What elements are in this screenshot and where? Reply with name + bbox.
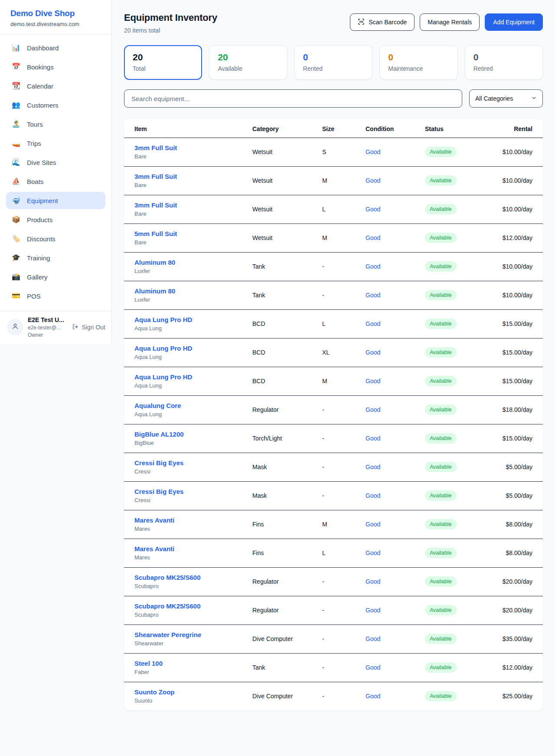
- item-name-link[interactable]: 3mm Full Suit: [134, 201, 252, 209]
- item-size: M: [322, 521, 327, 528]
- item-condition-link[interactable]: Good: [366, 263, 380, 270]
- item-name-link[interactable]: Scubapro MK25/S600: [134, 602, 252, 610]
- item-condition-link[interactable]: Good: [366, 320, 380, 327]
- item-name-link[interactable]: BigBlue AL1200: [134, 431, 252, 438]
- item-name-link[interactable]: Aqualung Core: [134, 402, 252, 409]
- item-condition-link[interactable]: Good: [366, 693, 380, 700]
- table-row: Aluminum 80 Luxfer Tank - Good Available…: [124, 253, 543, 281]
- stat-card-total[interactable]: 20 Total: [124, 45, 202, 80]
- item-name-link[interactable]: 3mm Full Suit: [134, 144, 252, 151]
- item-condition-link[interactable]: Good: [366, 292, 380, 299]
- item-rental-price: $18.00/day: [503, 406, 532, 413]
- sidebar-item-trips[interactable]: 🚤 Trips: [6, 135, 105, 152]
- sidebar-item-dive-sites[interactable]: 🌊 Dive Sites: [6, 154, 105, 171]
- sidebar-item-products[interactable]: 📦 Products: [6, 211, 105, 228]
- search-input[interactable]: [124, 89, 462, 108]
- sidebar-item-customers[interactable]: 👥 Customers: [6, 96, 105, 114]
- sidebar-item-label: Trips: [27, 140, 41, 147]
- status-badge: Available: [425, 347, 457, 358]
- page-header: Equipment Inventory 20 items total Scan …: [124, 11, 543, 34]
- category-filter-select[interactable]: All Categories: [469, 89, 543, 108]
- column-header-category: Category: [252, 119, 322, 138]
- equipment-table: ItemCategorySizeConditionStatusRental 3m…: [124, 119, 543, 710]
- item-name-link[interactable]: Aqua Lung Pro HD: [134, 373, 252, 381]
- table-row: Cressi Big Eyes Cressi Mask - Good Avail…: [124, 453, 543, 482]
- item-name-link[interactable]: Suunto Zoop: [134, 688, 252, 696]
- sidebar-item-equipment[interactable]: 🤿 Equipment: [6, 192, 105, 209]
- sidebar-item-label: Training: [27, 254, 50, 262]
- sidebar-item-label: Products: [27, 216, 52, 224]
- stat-card-available[interactable]: 20 Available: [209, 45, 287, 80]
- item-name-link[interactable]: 5mm Full Suit: [134, 230, 252, 237]
- brand-name[interactable]: Demo Dive Shop: [10, 9, 101, 18]
- item-rental-price: $5.00/day: [506, 463, 533, 470]
- status-badge: Available: [425, 662, 457, 673]
- item-condition-link[interactable]: Good: [366, 521, 380, 528]
- item-condition-link[interactable]: Good: [366, 492, 380, 499]
- add-equipment-button[interactable]: Add Equipment: [485, 13, 543, 31]
- item-condition-link[interactable]: Good: [366, 664, 380, 671]
- item-name-link[interactable]: Shearwater Peregrine: [134, 631, 252, 638]
- table-row: Mares Avanti Mares Fins L Good Available…: [124, 539, 543, 568]
- sign-out-label: Sign Out: [82, 324, 105, 331]
- status-badge: Available: [425, 261, 457, 272]
- status-badge: Available: [425, 691, 457, 701]
- bookings-icon: 📅: [11, 63, 21, 70]
- manage-rentals-button[interactable]: Manage Rentals: [420, 13, 480, 31]
- sidebar-item-gallery[interactable]: 📸 Gallery: [6, 268, 105, 286]
- sidebar-item-pos[interactable]: 💳 POS: [6, 287, 105, 305]
- status-badge: Available: [425, 376, 457, 386]
- item-condition-link[interactable]: Good: [366, 406, 380, 413]
- item-name-link[interactable]: Aqua Lung Pro HD: [134, 345, 252, 352]
- item-category: Fins: [252, 521, 264, 528]
- item-condition-link[interactable]: Good: [366, 578, 380, 585]
- sidebar-item-calendar[interactable]: 📆 Calendar: [6, 77, 105, 95]
- stat-card-retired[interactable]: 0 Retired: [465, 45, 543, 80]
- sidebar-item-dashboard[interactable]: 📊 Dashboard: [6, 39, 105, 56]
- sidebar-item-tours[interactable]: 🏝️ Tours: [6, 115, 105, 133]
- item-name-link[interactable]: 3mm Full Suit: [134, 173, 252, 180]
- item-name-link[interactable]: Mares Avanti: [134, 516, 252, 524]
- item-condition-link[interactable]: Good: [366, 435, 380, 442]
- sidebar-item-bookings[interactable]: 📅 Bookings: [6, 58, 105, 76]
- item-condition-link[interactable]: Good: [366, 148, 380, 155]
- user-section: E2E Test U... e2e-tester@... Owner Sign …: [0, 311, 111, 344]
- stat-label: Available: [218, 65, 278, 72]
- stat-card-rented[interactable]: 0 Rented: [294, 45, 372, 80]
- stat-value: 0: [303, 52, 364, 62]
- sign-out-button[interactable]: Sign Out: [72, 323, 105, 332]
- item-condition-link[interactable]: Good: [366, 177, 380, 184]
- sign-out-icon: [72, 323, 79, 332]
- gallery-icon: 📸: [11, 273, 21, 280]
- item-name-link[interactable]: Aluminum 80: [134, 259, 252, 266]
- item-name-link[interactable]: Steel 100: [134, 660, 252, 667]
- table-row: Aqua Lung Pro HD Aqua Lung BCD L Good Av…: [124, 310, 543, 339]
- item-category: Regulator: [252, 578, 279, 585]
- scan-barcode-button[interactable]: Scan Barcode: [350, 13, 415, 31]
- sidebar-item-discounts[interactable]: 🏷️ Discounts: [6, 230, 105, 247]
- item-name-link[interactable]: Cressi Big Eyes: [134, 459, 252, 467]
- item-name-link[interactable]: Aluminum 80: [134, 287, 252, 295]
- table-row: Cressi Big Eyes Cressi Mask - Good Avail…: [124, 482, 543, 510]
- item-condition-link[interactable]: Good: [366, 206, 380, 213]
- stat-card-maintenance[interactable]: 0 Maintenance: [379, 45, 457, 80]
- item-condition-link[interactable]: Good: [366, 463, 380, 470]
- person-icon: [11, 322, 20, 332]
- item-condition-link[interactable]: Good: [366, 607, 380, 614]
- item-rental-price: $10.00/day: [503, 177, 532, 184]
- item-category: Fins: [252, 549, 264, 556]
- item-condition-link[interactable]: Good: [366, 549, 380, 556]
- item-condition-link[interactable]: Good: [366, 635, 380, 642]
- sidebar-item-boats[interactable]: ⛵ Boats: [6, 173, 105, 190]
- item-name-link[interactable]: Mares Avanti: [134, 545, 252, 552]
- item-name-link[interactable]: Aqua Lung Pro HD: [134, 316, 252, 323]
- item-condition-link[interactable]: Good: [366, 349, 380, 356]
- item-condition-link[interactable]: Good: [366, 234, 380, 241]
- sidebar-item-training[interactable]: 🎓 Training: [6, 249, 105, 266]
- item-condition-link[interactable]: Good: [366, 378, 380, 385]
- status-badge: Available: [425, 175, 457, 186]
- item-name-link[interactable]: Cressi Big Eyes: [134, 488, 252, 495]
- status-badge: Available: [425, 605, 457, 615]
- pos-icon: 💳: [11, 293, 21, 299]
- item-name-link[interactable]: Scubapro MK25/S600: [134, 574, 252, 581]
